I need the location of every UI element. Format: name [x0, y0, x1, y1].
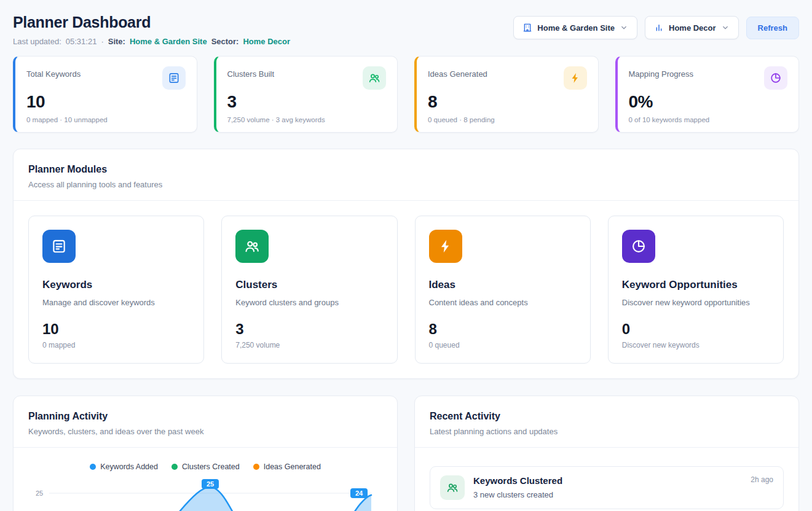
stat-card-mapping-progress: Mapping Progress 0% 0 of 10 keywords map… [615, 56, 800, 133]
stat-label: Ideas Generated [428, 66, 487, 79]
activity-item-body: Keywords Clustered 3 new clusters create… [473, 475, 742, 499]
stat-label: Total Keywords [26, 66, 81, 79]
module-title: Ideas [429, 279, 577, 291]
y-axis-tick-label: 25 [36, 490, 43, 497]
document-icon [42, 230, 76, 263]
chevron-down-icon [721, 23, 730, 32]
header-actions: Home & Garden Site Home Decor Refresh [513, 16, 799, 39]
legend-dot-icon [171, 464, 178, 470]
stat-value: 10 [26, 92, 186, 112]
stat-label: Clusters Built [227, 66, 275, 79]
module-description: Discover new keyword opportunities [622, 298, 770, 307]
panel-subtitle: Access all planning tools and features [28, 180, 784, 189]
bottom-row: Planning Activity Keywords, clusters, an… [13, 396, 799, 511]
module-detail: 0 mapped [42, 341, 190, 349]
data-point-badge-25: 25 [202, 479, 219, 489]
stat-value: 8 [428, 92, 587, 112]
module-value: 0 [622, 321, 770, 338]
stat-detail: 0 of 10 keywords mapped [629, 116, 788, 123]
legend-item-keywords-added[interactable]: Keywords Added [90, 462, 158, 471]
site-label: Site: [108, 37, 125, 46]
stat-label: Mapping Progress [629, 66, 694, 79]
users-icon [440, 475, 465, 500]
module-title: Keywords [42, 279, 190, 291]
module-card-ideas[interactable]: Ideas Content ideas and concepts 8 0 que… [415, 216, 591, 364]
legend-label: Clusters Created [182, 462, 240, 471]
document-icon [162, 66, 186, 90]
meta-separator: · [101, 37, 103, 46]
header-left: Planner Dashboard Last updated: 05:31:21… [13, 14, 290, 46]
users-icon [363, 66, 386, 90]
last-updated-value: 05:31:21 [66, 37, 97, 46]
sector-selector-label: Home Decor [669, 23, 716, 33]
sector-label: Sector: [211, 37, 239, 46]
stat-value: 3 [227, 92, 387, 112]
site-selector-dropdown[interactable]: Home & Garden Site [513, 16, 637, 39]
card-subtitle: Keywords, clusters, and ideas over the p… [28, 427, 382, 436]
last-updated-label: Last updated: [13, 37, 61, 46]
stat-detail: 0 mapped · 10 unmapped [26, 116, 186, 123]
stat-detail: 7,250 volume · 3 avg keywords [227, 116, 387, 123]
legend-item-clusters-created[interactable]: Clusters Created [171, 462, 240, 471]
bar-chart-icon [654, 23, 664, 33]
module-value: 10 [42, 321, 190, 338]
stats-row: Total Keywords 10 0 mapped · 10 unmapped… [13, 56, 799, 133]
card-title: Planning Activity [28, 411, 382, 422]
activity-list-item: Keywords Clustered 3 new clusters create… [430, 466, 784, 509]
legend-label: Keywords Added [100, 462, 158, 471]
recent-activity-card: Recent Activity Latest planning actions … [414, 396, 799, 511]
lightning-icon [429, 230, 462, 263]
card-subtitle: Latest planning actions and updates [430, 427, 784, 436]
stat-card-clusters-built: Clusters Built 3 7,250 volume · 3 avg ke… [214, 56, 398, 133]
data-point-badge-24: 24 [350, 488, 368, 498]
planner-dashboard-page: Planner Dashboard Last updated: 05:31:21… [0, 0, 812, 511]
planning-activity-card: Planning Activity Keywords, clusters, an… [13, 396, 398, 511]
stat-card-ideas-generated: Ideas Generated 8 0 queued · 8 pending [414, 56, 599, 133]
stat-value: 0% [629, 92, 788, 112]
planning-activity-chart-area: 25 25 24 [28, 478, 382, 511]
legend-label: Ideas Generated [264, 462, 321, 471]
module-title: Keyword Opportunities [622, 279, 770, 291]
stat-detail: 0 queued · 8 pending [428, 116, 587, 123]
divider [14, 447, 397, 448]
pie-chart-icon [622, 230, 655, 263]
planning-activity-chart: 25 25 24 [28, 478, 374, 511]
activity-item-title: Keywords Clustered [473, 475, 742, 486]
card-title: Recent Activity [430, 411, 784, 422]
module-description: Keyword clusters and groups [235, 298, 383, 307]
site-selector-label: Home & Garden Site [537, 23, 615, 33]
header-meta-line: Last updated: 05:31:21 · Site: Home & Ga… [13, 37, 290, 46]
chart-legend: Keywords Added Clusters Created Ideas Ge… [28, 462, 382, 471]
page-header: Planner Dashboard Last updated: 05:31:21… [13, 14, 799, 46]
module-detail: Discover new keywords [622, 341, 770, 349]
sector-link[interactable]: Home Decor [243, 37, 290, 46]
chevron-down-icon [620, 23, 628, 32]
planner-modules-panel: Planner Modules Access all planning tool… [13, 149, 799, 379]
module-value: 3 [235, 321, 383, 338]
svg-text:25: 25 [207, 480, 214, 488]
pie-chart-icon [764, 66, 787, 90]
divider [14, 200, 798, 201]
module-card-keyword-opportunities[interactable]: Keyword Opportunities Discover new keywo… [608, 216, 784, 364]
divider [415, 447, 798, 448]
modules-grid: Keywords Manage and discover keywords 10… [28, 216, 784, 364]
legend-item-ideas-generated[interactable]: Ideas Generated [253, 462, 321, 471]
module-value: 8 [429, 321, 577, 338]
activity-item-description: 3 new clusters created [473, 490, 742, 499]
sector-selector-dropdown[interactable]: Home Decor [645, 16, 739, 39]
users-icon [235, 230, 269, 263]
module-card-keywords[interactable]: Keywords Manage and discover keywords 10… [28, 216, 204, 364]
page-title: Planner Dashboard [13, 14, 290, 31]
module-title: Clusters [235, 279, 383, 291]
panel-title: Planner Modules [28, 164, 784, 175]
module-card-clusters[interactable]: Clusters Keyword clusters and groups 3 7… [221, 216, 397, 364]
activity-item-timestamp: 2h ago [751, 475, 773, 484]
module-description: Content ideas and concepts [429, 298, 577, 307]
module-detail: 7,250 volume [235, 341, 383, 349]
site-link[interactable]: Home & Garden Site [130, 37, 207, 46]
legend-dot-icon [90, 464, 96, 470]
refresh-button[interactable]: Refresh [746, 17, 799, 39]
stat-card-total-keywords: Total Keywords 10 0 mapped · 10 unmapped [13, 56, 197, 133]
svg-text:24: 24 [355, 490, 363, 497]
legend-dot-icon [253, 464, 259, 470]
